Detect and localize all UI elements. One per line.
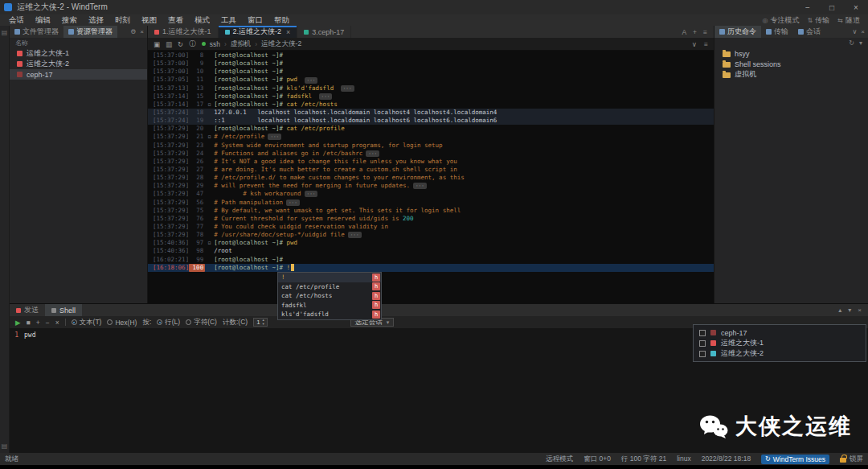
fold-marker-icon[interactable]: ⊟ [205,239,214,247]
close-panel-icon[interactable]: × [861,28,865,35]
info-icon[interactable]: ⓘ [189,39,196,49]
chevron-down-icon[interactable]: ∨ [852,28,857,35]
send-tab[interactable]: 发送 [10,304,45,316]
history-tab[interactable]: 历史命令 [714,26,761,38]
autocomplete-item[interactable]: kls'd'fadsfldh [278,310,381,319]
menu-item[interactable]: 选择 [83,15,109,26]
radio-icon[interactable] [157,319,162,325]
session-list-item[interactable]: 运维之大侠-1 [10,48,147,59]
explorer-tab[interactable]: 资源管理器 [63,26,117,38]
terminal-line[interactable]: [15:37:29]56# Path manipulation··· [148,199,714,207]
radio-icon[interactable] [72,319,77,325]
autocomplete-item[interactable]: cat /etc/hostsh [278,291,381,301]
remove-icon[interactable]: − [46,319,50,327]
run-icon[interactable]: ▶ [15,319,21,327]
line-mode-option[interactable]: 行(L) [157,318,180,327]
tab-menu-icon[interactable]: ≡ [703,28,707,36]
hex-mode-option[interactable]: Hex(H) [107,319,137,327]
menu-item[interactable]: 搜索 [56,15,83,26]
terminal-line[interactable]: [15:37:24]18127.0.0.1 localhost localhos… [148,109,714,117]
menubar-tool[interactable]: ⇅传输 [808,15,830,26]
session-checkbox-item[interactable]: 运维之大侠-2 [694,348,866,359]
session-checkbox-item[interactable]: ceph-17 [694,327,866,338]
chevron-down-icon[interactable]: ∨ [692,40,697,48]
status-item[interactable]: 远程模式 [546,455,573,464]
breadcrumb-segment[interactable]: ssh [210,40,220,48]
fold-ellipsis-badge[interactable]: ··· [413,183,427,189]
duplicate-icon[interactable]: ▣ [154,40,160,48]
history-tab[interactable]: 会话 [793,26,825,38]
fold-ellipsis-badge[interactable]: ··· [268,134,281,140]
tree-item[interactable]: 虚拟机 [714,69,868,80]
breadcrumb-segment[interactable]: 虚拟机 [231,39,252,49]
sidebar-toggle-icon[interactable]: ▤ [2,29,8,36]
collapse-down-icon[interactable]: ▾ [848,306,851,314]
terminal-line[interactable]: [15:37:24]19::1 localhost localhost.loca… [148,117,714,125]
stepper-arrows-icon[interactable]: ▴▾ [263,319,264,326]
terminal-line[interactable]: [15:37:14]15[root@localhost ~]# fadsfkl … [148,93,714,101]
windterm-issues-button[interactable]: ↻ WindTerm Issues [761,455,829,464]
terminal-line[interactable]: [15:37:00]8[root@localhost ~]# [148,51,714,60]
clear-icon[interactable]: × [55,319,59,327]
autocomplete-item[interactable]: cat /etc/profileh [278,282,381,292]
status-item[interactable]: 窗口 0+0 [583,455,611,464]
terminal-line[interactable]: [15:37:14]17⊟[root@localhost ~]# cat /et… [148,101,714,109]
fold-ellipsis-badge[interactable]: ··· [319,93,333,100]
stop-icon[interactable]: ■ [27,319,31,327]
menu-item[interactable]: 工具 [215,15,242,26]
terminal-line[interactable]: [15:37:29]78# /usr/share/doc/setup-*/uid… [148,231,714,239]
filter-icon[interactable]: ▾ [859,39,862,47]
history-tab[interactable]: 传输 [761,26,793,38]
terminal-tab[interactable]: 1.运维之大侠-1 [148,26,219,38]
terminal-line[interactable]: [15:40:36]97⊟[root@localhost ~]# pwd [148,239,714,247]
terminal-line[interactable]: [15:37:29]75# By default, we want umask … [148,207,714,215]
collapse-up-icon[interactable]: ▴ [838,306,841,314]
fold-marker-icon[interactable]: ⊟ [205,133,214,141]
tree-item[interactable]: Shell sessions [714,59,868,69]
menu-item[interactable]: 编辑 [30,15,56,26]
menu-item[interactable]: 会话 [3,15,30,26]
minimize-button[interactable]: − [796,0,820,14]
maximize-button[interactable]: □ [820,0,844,14]
menu-item[interactable]: 窗口 [242,15,268,26]
fold-ellipsis-badge[interactable]: ··· [348,232,362,238]
terminal-line[interactable]: [15:37:00]9[root@localhost ~]# [148,60,714,68]
send-tab[interactable]: Shell [45,304,82,316]
breadcrumb-segment[interactable]: 运维之大侠-2 [261,39,301,49]
add-icon[interactable]: + [36,319,40,327]
explorer-tab[interactable]: 文件管理器 [10,26,63,38]
reload-icon[interactable]: ↻ [178,40,183,48]
terminal-tab[interactable]: 3.ceph-17 [297,26,351,38]
fold-ellipsis-badge[interactable]: ··· [366,150,379,157]
terminal-line[interactable]: [16:18:06]100[root@localhost ~]# ! [148,264,714,272]
terminal-line[interactable]: [15:37:29]21⊟# /etc/profile··· [148,133,714,141]
tree-item[interactable]: hsyy [714,48,868,59]
terminal-line[interactable]: [16:02:21]99[root@localhost ~]# [148,256,714,264]
fold-ellipsis-badge[interactable]: ··· [341,85,354,92]
terminal-line[interactable]: [15:37:29]47 # ksh workaround··· [148,190,714,198]
output-toggle-icon[interactable]: ▤ [2,442,8,450]
terminal-line[interactable]: [15:37:29]29# will prevent the need for … [148,182,714,190]
fold-ellipsis-badge[interactable]: ··· [305,191,318,197]
gear-icon[interactable]: ⚙ [130,28,136,35]
autocomplete-item[interactable]: fadsfklh [278,301,381,311]
close-tab-icon[interactable]: × [286,28,290,36]
status-item[interactable]: linux [677,455,690,464]
terminal-line[interactable]: [15:37:29]76# Current threshold for syst… [148,215,714,223]
checkbox[interactable] [699,330,706,336]
fold-ellipsis-badge[interactable]: ··· [286,200,300,206]
session-list-item[interactable]: 运维之大侠-2 [10,59,147,69]
new-tab-icon[interactable]: + [693,28,697,36]
fold-ellipsis-badge[interactable]: ··· [305,77,318,84]
menu-item[interactable]: 模式 [189,15,215,26]
terminal-line[interactable]: [15:37:29]26# It's NOT a good idea to ch… [148,158,714,166]
status-item[interactable]: 行 100 字符 21 [621,455,666,464]
close-panel-icon[interactable]: × [858,306,862,314]
radio-icon[interactable] [186,319,191,325]
terminal-line[interactable]: [15:37:29]23# System wide environment an… [148,142,714,150]
fold-marker-icon[interactable]: ⊟ [205,101,214,109]
session-list-item[interactable]: ceph-17 [10,69,147,80]
terminal-line[interactable]: [15:37:29]27# are doing. It's much bette… [148,166,714,174]
radio-icon[interactable] [107,319,113,325]
checkbox[interactable] [699,340,706,347]
